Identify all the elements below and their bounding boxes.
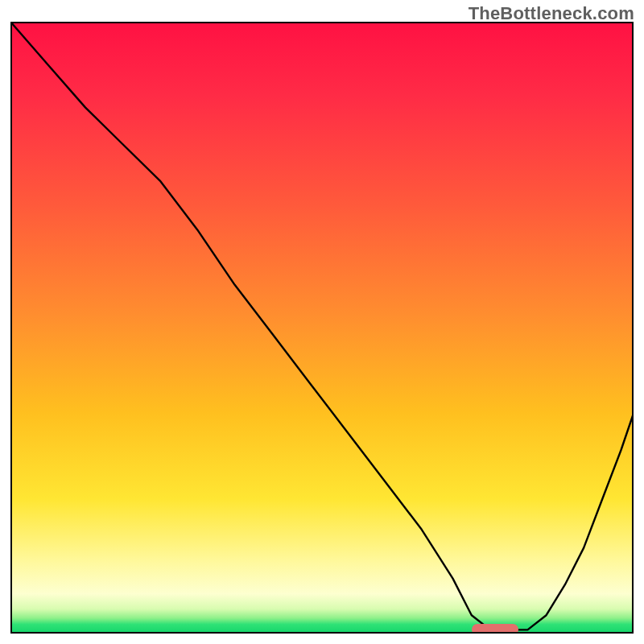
optimal-marker <box>472 624 518 634</box>
canvas: TheBottleneck.com <box>0 0 644 644</box>
watermark-label: TheBottleneck.com <box>469 3 634 24</box>
plot-area <box>10 22 634 634</box>
bottleneck-curve <box>10 22 634 634</box>
